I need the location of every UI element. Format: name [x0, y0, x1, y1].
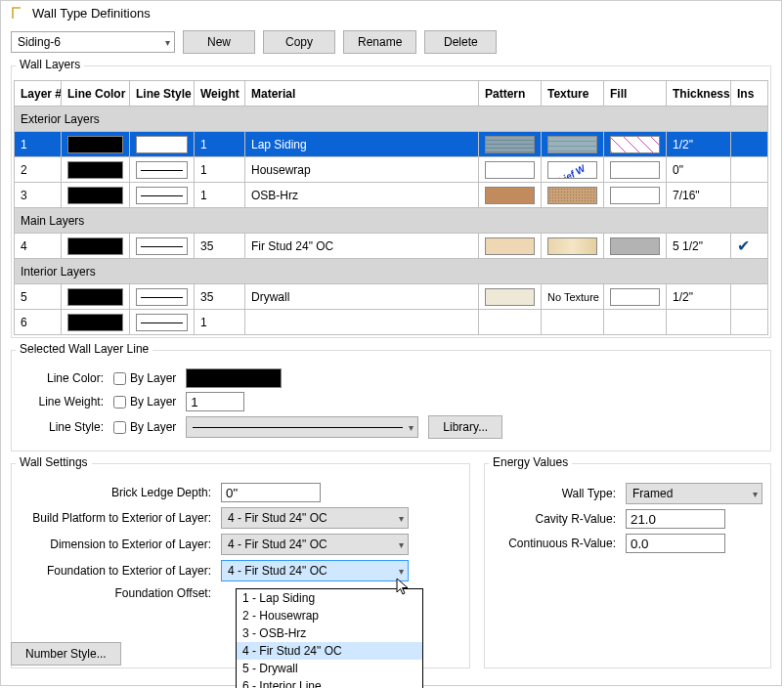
line-style-swatch[interactable] [136, 314, 188, 331]
pattern-swatch[interactable] [479, 310, 542, 335]
copy-button[interactable]: Copy [263, 30, 335, 54]
library-button[interactable]: Library... [428, 415, 502, 439]
col-layer-num[interactable]: Layer # [15, 81, 62, 107]
cavity-r-label: Cavity R-Value: [493, 512, 626, 526]
col-thickness[interactable]: Thickness [667, 81, 731, 107]
chevron-down-icon: ▾ [399, 539, 404, 550]
foundation-label: Foundation to Exterior of Layer: [20, 564, 221, 578]
texture-swatch[interactable] [542, 310, 604, 335]
foundation-dropdown-list[interactable]: 1 - Lap Siding 2 - Housewrap 3 - OSB-Hrz… [236, 588, 423, 688]
texture-swatch[interactable] [547, 187, 597, 204]
window-title: Wall Type Definitions [32, 6, 151, 21]
col-fill[interactable]: Fill [604, 81, 667, 107]
line-color-swatch[interactable] [67, 136, 123, 153]
cell-material [245, 310, 479, 335]
line-style-swatch[interactable] [136, 288, 188, 306]
texture-swatch[interactable] [547, 237, 597, 255]
by-layer-weight-checkbox[interactable]: By Layer [113, 395, 176, 408]
line-color-swatch[interactable] [67, 161, 123, 179]
col-texture[interactable]: Texture [542, 81, 604, 107]
line-color-swatch[interactable] [67, 314, 123, 331]
line-style-swatch[interactable] [136, 136, 188, 153]
texture-swatch[interactable]: No Texture [542, 284, 604, 310]
cell-material: OSB-Hrz [245, 183, 479, 208]
cell-thickness: 1/2" [667, 132, 731, 157]
dropdown-option[interactable]: 4 - Fir Stud 24" OC [237, 642, 422, 660]
cell-material: Lap Siding [245, 132, 479, 157]
col-pattern[interactable]: Pattern [479, 81, 542, 107]
new-button[interactable]: New [183, 30, 255, 54]
line-style-swatch[interactable] [136, 237, 188, 255]
texture-swatch[interactable] [547, 161, 597, 179]
table-row[interactable]: 2 1 Housewrap 0" [15, 157, 768, 183]
cell-weight: 35 [195, 234, 245, 259]
cell-weight: 1 [195, 132, 245, 157]
pattern-swatch[interactable] [485, 136, 535, 153]
texture-swatch[interactable] [547, 136, 597, 153]
cell-weight: 1 [195, 157, 245, 183]
group-interior: Interior Layers [15, 259, 768, 284]
line-style-swatch[interactable] [136, 161, 188, 179]
foundation-select[interactable]: 4 - Fir Stud 24" OC ▾ [221, 560, 409, 581]
line-weight-input[interactable] [186, 392, 244, 411]
col-ins[interactable]: Ins [731, 81, 768, 107]
cell-layer-num: 3 [15, 183, 62, 208]
cell-layer-num: 1 [15, 132, 62, 157]
dropdown-option[interactable]: 1 - Lap Siding [237, 589, 422, 607]
by-layer-color-checkbox[interactable]: By Layer [113, 371, 176, 385]
dimension-select[interactable]: 4 - Fir Stud 24" OC ▾ [221, 534, 409, 555]
table-row[interactable]: 4 35 Fir Stud 24" OC 5 1/2" ✔ [15, 234, 768, 259]
line-color-chip[interactable] [186, 368, 282, 388]
cavity-r-input[interactable] [626, 509, 725, 529]
line-style-swatch[interactable] [136, 187, 188, 204]
rename-button[interactable]: Rename [343, 30, 416, 54]
build-platform-select[interactable]: 4 - Fir Stud 24" OC ▾ [221, 507, 409, 529]
wall-layers-group: Wall Layers Layer # Line Color Line Styl… [11, 65, 771, 338]
fill-swatch[interactable] [610, 288, 660, 306]
pattern-swatch[interactable] [485, 237, 535, 255]
cell-thickness: 0" [667, 157, 731, 183]
fill-swatch[interactable] [604, 310, 667, 335]
dropdown-option[interactable]: 3 - OSB-Hrz [237, 624, 422, 642]
continuous-r-input[interactable] [626, 534, 725, 553]
line-weight-label: Line Weight: [20, 395, 104, 408]
wall-type-select[interactable]: Siding-6 ▾ [11, 31, 175, 53]
app-icon [11, 5, 26, 21]
table-row[interactable]: 3 1 OSB-Hrz 7/16" [15, 183, 768, 208]
dropdown-option[interactable]: 6 - Interior Line [237, 677, 422, 688]
cell-weight: 1 [195, 183, 245, 208]
table-row[interactable]: 6 1 [15, 310, 768, 335]
table-row[interactable]: 1 1 Lap Siding 1/2" [15, 132, 768, 157]
pattern-swatch[interactable] [485, 161, 535, 179]
cell-ins[interactable]: ✔ [731, 234, 768, 259]
number-style-button[interactable]: Number Style... [11, 642, 121, 666]
col-material[interactable]: Material [245, 81, 479, 107]
pattern-swatch[interactable] [485, 288, 535, 306]
fill-swatch[interactable] [610, 187, 660, 204]
line-color-swatch[interactable] [67, 237, 123, 255]
fill-swatch[interactable] [610, 237, 660, 255]
col-line-style[interactable]: Line Style [130, 81, 195, 107]
table-header-row: Layer # Line Color Line Style Weight Mat… [15, 81, 768, 107]
table-row[interactable]: 5 35 Drywall No Texture 1/2" [15, 284, 768, 310]
energy-wall-type-select[interactable]: Framed ▾ [626, 483, 762, 504]
selected-wall-layer-line-group: Selected Wall Layer Line Line Color: By … [11, 350, 771, 452]
group-exterior: Exterior Layers [15, 107, 768, 132]
dropdown-option[interactable]: 5 - Drywall [237, 660, 422, 677]
wall-layers-legend: Wall Layers [16, 58, 84, 71]
line-style-select[interactable]: ▾ [186, 416, 418, 438]
dropdown-option[interactable]: 2 - Housewrap [237, 607, 422, 624]
fill-swatch[interactable] [610, 136, 660, 153]
by-layer-style-checkbox[interactable]: By Layer [113, 420, 176, 434]
col-line-color[interactable]: Line Color [62, 81, 130, 107]
col-weight[interactable]: Weight [195, 81, 245, 107]
line-color-swatch[interactable] [67, 288, 123, 306]
fill-swatch[interactable] [610, 161, 660, 179]
brick-ledge-input[interactable] [221, 483, 321, 502]
wall-layers-table[interactable]: Layer # Line Color Line Style Weight Mat… [14, 80, 768, 335]
line-color-swatch[interactable] [67, 187, 123, 204]
foundation-offset-label: Foundation Offset: [20, 586, 221, 600]
pattern-swatch[interactable] [485, 187, 535, 204]
cell-material: Drywall [245, 284, 479, 310]
delete-button[interactable]: Delete [424, 30, 497, 54]
